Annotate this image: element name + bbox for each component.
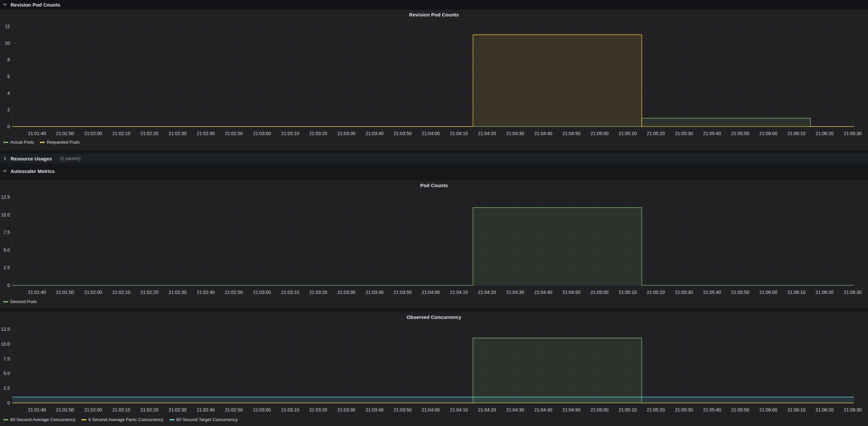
x-axis-tick-label: 21:02:20 bbox=[141, 407, 159, 413]
x-axis-tick-label: 21:05:10 bbox=[619, 290, 637, 295]
x-axis-tick-label: 21:05:20 bbox=[647, 290, 665, 295]
x-axis-tick-label: 21:03:50 bbox=[394, 290, 412, 295]
y-axis-tick-label: 5.0 bbox=[4, 248, 10, 253]
x-axis-tick-label: 21:06:10 bbox=[787, 407, 806, 413]
x-axis-tick-label: 21:02:20 bbox=[141, 131, 159, 136]
y-axis-tick-label: 12.5 bbox=[1, 327, 10, 332]
y-axis-tick-label: 7.5 bbox=[4, 230, 10, 235]
legend-item[interactable]: 6 Second Average Panic Concurrency bbox=[82, 417, 163, 422]
x-axis-tick-label: 21:02:00 bbox=[84, 290, 102, 295]
section-header-revision-pod-counts[interactable]: Revision Pod Counts bbox=[0, 0, 868, 9]
y-axis-tick-label: 12 bbox=[5, 24, 10, 29]
x-axis-tick-label: 21:03:40 bbox=[366, 131, 384, 136]
legend-swatch-icon bbox=[3, 142, 8, 143]
x-axis-tick-label: 21:04:40 bbox=[534, 407, 553, 413]
legend-item-label: Requested Pods bbox=[47, 140, 80, 144]
legend-item[interactable]: 60 Second Average Concurrency bbox=[3, 417, 75, 422]
x-axis-tick-label: 21:02:30 bbox=[168, 290, 187, 295]
x-axis-tick-label: 21:05:00 bbox=[590, 290, 609, 295]
panel-title[interactable]: Revision Pod Counts bbox=[0, 12, 868, 18]
x-axis-tick-label: 21:06:00 bbox=[759, 407, 777, 413]
x-axis-tick-label: 21:05:50 bbox=[731, 407, 749, 413]
x-axis-tick-label: 21:05:40 bbox=[703, 407, 721, 413]
x-axis-tick-label: 21:06:30 bbox=[844, 290, 862, 295]
legend-item[interactable]: Desired Pods bbox=[3, 299, 37, 304]
x-axis-tick-label: 21:04:20 bbox=[478, 407, 496, 413]
y-axis-tick-label: 2.5 bbox=[4, 265, 10, 270]
x-axis-tick-label: 21:05:20 bbox=[647, 131, 665, 136]
x-axis-tick-label: 21:02:00 bbox=[84, 131, 102, 136]
x-axis-tick-label: 21:01:40 bbox=[28, 290, 46, 295]
x-axis-tick-label: 21:02:40 bbox=[197, 290, 215, 295]
y-axis-tick-label: 10 bbox=[5, 40, 10, 46]
section-title: Autoscaler Metrics bbox=[10, 168, 55, 174]
x-axis-tick-label: 21:05:50 bbox=[731, 290, 749, 295]
x-axis-tick-label: 21:05:30 bbox=[675, 131, 693, 136]
legend-item-label: Actual Pods bbox=[10, 140, 34, 144]
x-axis-tick-label: 21:04:10 bbox=[450, 407, 468, 413]
chevron-down-icon bbox=[3, 2, 7, 7]
x-axis-tick-label: 21:02:10 bbox=[113, 290, 130, 295]
section-header-autoscaler-metrics[interactable]: Autoscaler Metrics bbox=[0, 165, 868, 176]
x-axis-tick-label: 21:02:40 bbox=[197, 407, 215, 413]
x-axis-tick-label: 21:05:50 bbox=[731, 131, 749, 136]
y-axis-tick-label: 7.5 bbox=[4, 356, 10, 361]
y-axis-tick-label: 2 bbox=[7, 107, 10, 112]
legend-swatch-icon bbox=[82, 419, 86, 420]
chart-legend: Actual PodsRequested Pods bbox=[3, 140, 80, 144]
x-axis-tick-label: 21:05:30 bbox=[675, 407, 693, 413]
x-axis-tick-label: 21:06:20 bbox=[815, 131, 834, 136]
x-axis-tick-label: 21:03:40 bbox=[366, 290, 384, 295]
legend-item-label: 6 Second Average Panic Concurrency bbox=[88, 417, 163, 422]
x-axis-tick-label: 21:06:30 bbox=[844, 131, 862, 136]
legend-item[interactable]: 60 Second Target Concurrency bbox=[169, 417, 238, 422]
legend-item-label: Desired Pods bbox=[10, 299, 37, 304]
x-axis-tick-label: 21:06:30 bbox=[844, 407, 862, 413]
y-axis-tick-label: 2.5 bbox=[4, 386, 10, 391]
chart-legend: 60 Second Average Concurrency6 Second Av… bbox=[3, 417, 238, 422]
x-axis-tick-label: 21:05:00 bbox=[590, 407, 609, 413]
panel-title[interactable]: Pod Counts bbox=[0, 183, 868, 188]
y-axis-tick-label: 4 bbox=[7, 91, 10, 96]
x-axis-tick-label: 21:02:10 bbox=[113, 131, 130, 136]
legend-item[interactable]: Requested Pods bbox=[40, 140, 80, 144]
section-header-resource-usages[interactable]: Resource Usages (2 panels) bbox=[0, 154, 868, 163]
legend-item[interactable]: Actual Pods bbox=[3, 140, 34, 144]
x-axis-tick-label: 21:04:10 bbox=[450, 131, 468, 136]
x-axis-tick-label: 21:04:20 bbox=[478, 290, 496, 295]
x-axis-tick-label: 21:03:30 bbox=[337, 290, 355, 295]
grafana-dashboard: Revision Pod Counts Revision Pod Counts … bbox=[0, 0, 868, 426]
chart-canvas[interactable]: 02.55.07.510.012.521:01:4021:01:5021:02:… bbox=[0, 181, 868, 308]
legend-swatch-icon bbox=[40, 142, 45, 143]
y-axis-tick-label: 0 bbox=[7, 283, 10, 288]
chart-canvas[interactable]: 02468101221:01:4021:01:5021:02:0021:02:1… bbox=[0, 10, 868, 150]
x-axis-tick-label: 21:06:00 bbox=[759, 131, 777, 136]
legend-item-label: 60 Second Average Concurrency bbox=[10, 417, 75, 422]
y-axis-tick-label: 0 bbox=[7, 124, 10, 129]
y-axis-tick-label: 6 bbox=[7, 74, 10, 79]
x-axis-tick-label: 21:03:10 bbox=[281, 290, 299, 295]
y-axis-tick-label: 12.5 bbox=[1, 194, 10, 200]
x-axis-tick-label: 21:04:10 bbox=[450, 290, 468, 295]
x-axis-tick-label: 21:02:30 bbox=[168, 131, 187, 136]
x-axis-tick-label: 21:02:10 bbox=[113, 407, 130, 413]
panel-title[interactable]: Observed Concurrency bbox=[0, 314, 868, 320]
x-axis-tick-label: 21:04:00 bbox=[422, 407, 440, 413]
x-axis-tick-label: 21:06:00 bbox=[759, 290, 777, 295]
legend-swatch-icon bbox=[169, 419, 175, 420]
panel-revision-pod-counts: Revision Pod Counts 02468101221:01:4021:… bbox=[0, 10, 868, 150]
x-axis-tick-label: 21:03:10 bbox=[281, 407, 299, 413]
x-axis-tick-label: 21:03:40 bbox=[366, 407, 384, 413]
x-axis-tick-label: 21:04:00 bbox=[422, 290, 440, 295]
x-axis-tick-label: 21:04:50 bbox=[562, 131, 581, 136]
x-axis-tick-label: 21:05:40 bbox=[703, 131, 721, 136]
x-axis-tick-label: 21:04:50 bbox=[562, 407, 581, 413]
panel-observed-concurrency: Observed Concurrency 02.55.07.510.012.52… bbox=[0, 312, 868, 426]
x-axis-tick-label: 21:03:00 bbox=[253, 131, 271, 136]
legend-swatch-icon bbox=[3, 419, 8, 420]
x-axis-tick-label: 21:06:20 bbox=[815, 407, 834, 413]
x-axis-tick-label: 21:02:00 bbox=[84, 407, 102, 413]
x-axis-tick-label: 21:01:50 bbox=[56, 131, 74, 136]
chart-canvas[interactable]: 02.55.07.510.012.521:01:4021:01:5021:02:… bbox=[0, 312, 868, 426]
x-axis-tick-label: 21:04:40 bbox=[534, 290, 553, 295]
